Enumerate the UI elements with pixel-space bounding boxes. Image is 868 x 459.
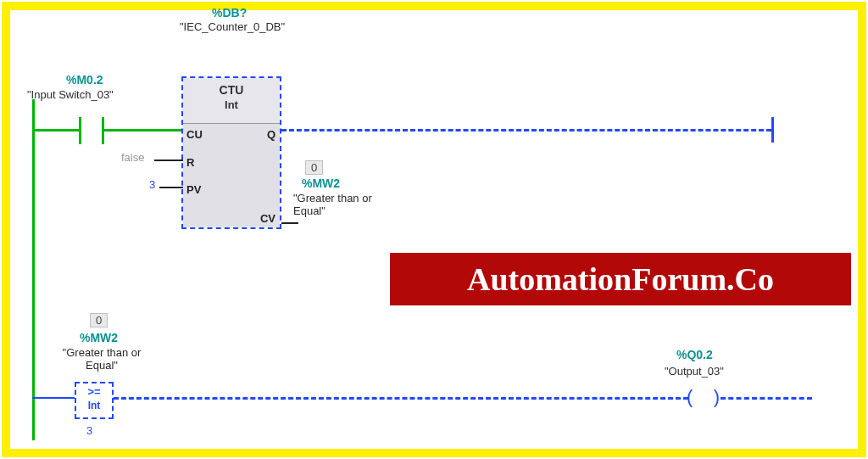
coil-address: %Q0.2: [676, 348, 713, 361]
db-name: "IEC_Counter_0_DB": [180, 20, 281, 33]
output-coil[interactable]: ( ): [687, 386, 720, 408]
contact-address: %M0.2: [66, 73, 103, 87]
contact-symbol: "Input Switch_03": [27, 88, 114, 101]
cv-output-symbol: "Greater than or Equal": [293, 192, 387, 217]
wire: [32, 129, 79, 132]
ctu-body: CU R PV Q CV: [183, 124, 280, 227]
cv-output-address: %MW2: [302, 176, 340, 190]
wire-dashed: [114, 397, 688, 400]
pin-cv: CV: [260, 212, 275, 225]
coil-symbol: "Output_03": [665, 365, 724, 378]
wire: [32, 397, 75, 399]
pv-input-value: 3: [149, 178, 155, 191]
wire: [103, 129, 183, 132]
pin-q: Q: [267, 128, 275, 141]
ctu-datatype: Int: [183, 98, 280, 111]
pin-cu: CU: [186, 128, 203, 141]
db-address: %DB?: [212, 6, 247, 20]
pin-pv: PV: [186, 183, 201, 196]
watermark-banner: AutomationForum.Co: [390, 253, 851, 305]
compare-block[interactable]: >= Int: [75, 382, 114, 419]
coil-right-paren: ): [714, 386, 720, 407]
pin-r: R: [186, 156, 194, 169]
power-rail: [32, 99, 35, 440]
compare-operator: >=: [76, 385, 112, 398]
ctu-header: CTU Int: [183, 78, 280, 124]
live-value: 0: [90, 313, 108, 327]
compare-monitor-value: 0: [90, 312, 108, 327]
coil-left-paren: (: [687, 386, 693, 407]
no-contact[interactable]: [79, 117, 104, 144]
connector: [154, 160, 183, 161]
r-input-value: false: [121, 151, 144, 164]
wire-dashed: [721, 397, 812, 400]
wire-dashed: [281, 129, 771, 132]
cv-monitor-value: 0: [305, 160, 323, 175]
connector: [159, 187, 183, 188]
compare-datatype: Int: [76, 400, 112, 411]
compare-input-symbol: "Greater than or Equal": [51, 346, 153, 372]
compare-input-address: %MW2: [80, 331, 118, 344]
ladder-canvas: %DB? "IEC_Counter_0_DB" %M0.2 "Input Swi…: [10, 10, 858, 449]
ctu-block[interactable]: CTU Int CU R PV Q CV: [181, 76, 281, 229]
wire-end: [771, 117, 774, 143]
ctu-type: CTU: [183, 83, 280, 97]
compare-operand: 3: [86, 424, 92, 437]
connector: [281, 222, 298, 224]
live-value: 0: [305, 160, 323, 175]
